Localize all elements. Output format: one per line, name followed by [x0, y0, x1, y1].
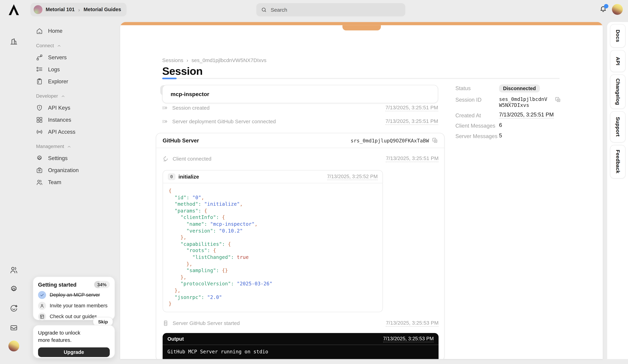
getting-started-item-deploy-an-mcp-server[interactable]: Deploy an MCP server	[38, 291, 110, 299]
workspace-name: Metorial 101	[46, 7, 75, 12]
upgrade-button[interactable]: Upgrade	[38, 347, 110, 357]
chat-sparkle-icon[interactable]	[9, 304, 18, 312]
client-name: mcp-inspector	[171, 91, 209, 97]
getting-started-item-invite-your-team-members[interactable]: Invite your team members	[38, 302, 110, 310]
message-header: 0 initialize 7/13/2025, 3:25:52 PM	[163, 171, 382, 183]
active-tab-indicator	[162, 78, 177, 79]
detail-label: Status	[455, 84, 499, 91]
message-timestamp[interactable]: 7/13/2025, 3:25:52 PM	[327, 174, 378, 180]
json-line: },	[169, 287, 377, 294]
sidebar-nav: HomeConnectServersLogsExplorerDeveloperA…	[28, 19, 120, 188]
sidebar-item-servers[interactable]: Servers	[36, 51, 120, 63]
sidebar-item-home[interactable]: Home	[36, 25, 120, 37]
message-method: initialize	[178, 174, 199, 180]
breadcrumb-sessions[interactable]: Sessions	[162, 57, 183, 63]
json-payload[interactable]: { "id": "0", "method": "initialize", "pa…	[163, 183, 382, 312]
users-icon[interactable]	[9, 266, 18, 274]
gear-icon[interactable]	[9, 285, 18, 293]
right-tab-docs[interactable]: Docs	[610, 24, 626, 48]
copy-icon[interactable]	[555, 97, 561, 103]
sidebar-section-developer[interactable]: Developer	[36, 93, 120, 99]
json-line: "protocolVersion": "2025-03-26"	[169, 281, 377, 287]
sidebar-item-label: Logs	[48, 66, 60, 72]
sidebar-item-organization[interactable]: Organization	[36, 164, 120, 176]
detail-value[interactable]: 7/13/2025, 3:25:51 PM	[499, 112, 554, 119]
json-line: "roots": {	[169, 247, 377, 254]
json-line: "sampling": {}	[169, 267, 377, 274]
event-label: Server deployment GitHub Server connecte…	[172, 119, 276, 124]
sidebar-item-label: Team	[48, 179, 61, 185]
skip-button[interactable]: Skip	[93, 317, 113, 326]
global-search[interactable]	[256, 3, 405, 16]
output-title: Output	[167, 336, 184, 342]
building-icon[interactable]	[9, 37, 18, 45]
chevron-up-icon	[57, 43, 61, 48]
user-icon	[38, 302, 46, 310]
sidebar-item-label: API Access	[48, 129, 76, 135]
chevron-right-icon: ›	[78, 7, 80, 12]
sidebar-item-logs[interactable]: Logs	[36, 63, 120, 75]
sidebar-item-label: Home	[48, 28, 63, 34]
output-panel: Output 7/13/2025, 3:25:53 PM GitHub MCP …	[162, 333, 439, 359]
message-id-badge: 0	[168, 173, 175, 180]
detail-label: Created At	[455, 112, 499, 119]
getting-started-item-label: Check out our guides	[50, 314, 97, 319]
servers-icon	[36, 54, 43, 61]
right-tab-support[interactable]: Support	[610, 111, 626, 142]
json-line: },	[169, 261, 377, 267]
chevron-up-icon	[61, 94, 65, 98]
sidebar-item-settings[interactable]: Settings	[36, 152, 120, 164]
sidebar-item-instances[interactable]: Instances	[36, 114, 120, 126]
detail-value: 6	[499, 122, 502, 128]
instances-icon	[36, 116, 43, 123]
detail-label: Session ID	[455, 96, 499, 103]
status-badge: Disconnected	[499, 84, 540, 92]
chevron-right-icon: ›	[186, 57, 188, 63]
logs-icon	[36, 66, 43, 73]
right-tab-feedback[interactable]: Feedback	[610, 145, 626, 179]
client-card[interactable]: mcp-inspector	[162, 85, 438, 103]
chevron-up-icon	[67, 144, 71, 149]
sidebar-item-api-access[interactable]: API Access	[36, 126, 120, 138]
search-input[interactable]	[270, 6, 400, 13]
json-line: }	[169, 301, 377, 307]
sidebar-section-connect[interactable]: Connect	[36, 43, 120, 49]
inbox-icon[interactable]	[9, 323, 18, 332]
output-log-line[interactable]: GitHub MCP Server running on stdio	[162, 345, 439, 359]
workspace-breadcrumb[interactable]: Metorial 101 › Metorial Guides	[30, 3, 127, 16]
sidebar-item-team[interactable]: Team	[36, 176, 120, 188]
getting-started-title: Getting started	[38, 282, 77, 288]
metorial-logo-icon[interactable]	[7, 3, 20, 16]
detail-label: Client Messages	[455, 122, 499, 129]
sidebar-item-explorer[interactable]: Explorer	[36, 75, 120, 87]
sidebar-section-management[interactable]: Management	[36, 144, 120, 149]
json-line: "clientInfo": {	[169, 214, 377, 221]
accent-notch	[342, 25, 381, 31]
detail-value-wrap: ses_0md1pjlbcdnVW5NX7DIxvs	[499, 96, 561, 108]
output-timestamp[interactable]: 7/13/2025, 3:25:53 PM	[383, 336, 434, 342]
user-avatar[interactable]	[612, 4, 623, 15]
sidebar-item-api-keys[interactable]: API Keys	[36, 102, 120, 114]
home-icon	[36, 27, 43, 34]
rail-user-avatar[interactable]	[8, 341, 19, 352]
event-deployment-connected: Server deployment GitHub Server connecte…	[162, 118, 438, 125]
event-label: Session created	[172, 105, 210, 111]
check-icon	[38, 291, 46, 299]
copy-icon[interactable]	[432, 138, 438, 143]
sidebar-item-label: Servers	[48, 54, 67, 60]
tabs-divider	[162, 78, 560, 79]
app-window: Metorial 101 › Metorial Guides HomeConne…	[0, 0, 628, 364]
event-timestamp[interactable]: 7/13/2025, 3:25:53 PM	[386, 320, 439, 326]
detail-row-client-messages: Client Messages6	[455, 122, 563, 129]
right-tab-api[interactable]: API	[610, 50, 626, 72]
right-tab-changelog[interactable]: Changelog	[610, 74, 626, 109]
event-timestamp[interactable]: 7/13/2025, 3:25:51 PM	[386, 104, 438, 111]
event-timestamp[interactable]: 7/13/2025, 3:25:51 PM	[386, 118, 438, 125]
json-line: },	[169, 274, 377, 281]
event-timestamp[interactable]: 7/13/2025, 3:25:51 PM	[386, 155, 439, 162]
main-content: Sessions › ses_0md1pjlbcdnVW5NX7DIxvs Se…	[120, 22, 603, 359]
session-details: StatusDisconnectedSession IDses_0md1pjlb…	[455, 84, 563, 143]
output-header: Output 7/13/2025, 3:25:53 PM	[162, 333, 439, 345]
api-access-icon	[36, 128, 43, 135]
section-label: Management	[36, 144, 64, 149]
